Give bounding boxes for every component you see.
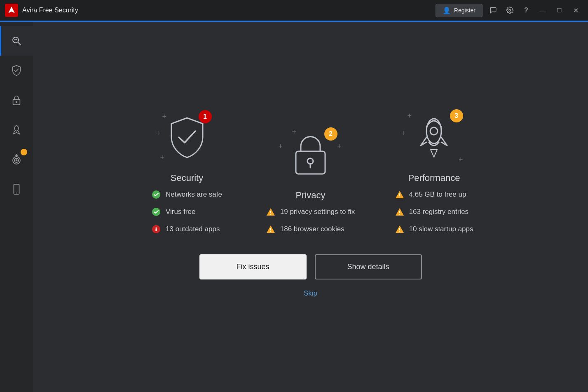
rocket-illustration bbox=[412, 113, 456, 162]
close-button[interactable]: ✕ bbox=[568, 3, 583, 18]
performance-icon bbox=[11, 124, 22, 136]
svg-rect-16 bbox=[156, 227, 157, 228]
issue-networks: Networks are safe bbox=[152, 190, 222, 199]
sidebar bbox=[0, 22, 33, 392]
svg-rect-38 bbox=[399, 231, 400, 232]
svg-rect-23 bbox=[270, 214, 271, 215]
scan-icon bbox=[11, 35, 22, 47]
sidebar-item-mobile[interactable] bbox=[0, 174, 33, 204]
plus-deco: + bbox=[408, 112, 412, 120]
security-icon-wrapper: + + + + 1 bbox=[158, 108, 216, 166]
app-title: Avira Free Security bbox=[22, 7, 436, 14]
show-details-button[interactable]: Show details bbox=[315, 254, 422, 279]
sidebar-item-performance[interactable] bbox=[0, 115, 33, 145]
sidebar-item-security[interactable] bbox=[0, 56, 33, 85]
plus-deco: + bbox=[160, 153, 165, 162]
register-label: Register bbox=[454, 7, 476, 14]
sidebar-item-scan[interactable] bbox=[0, 26, 33, 56]
issue-cookies: 186 browser cookies bbox=[266, 225, 344, 234]
window-controls: ? — ☐ ✕ bbox=[486, 3, 583, 18]
issue-registry: 163 registry entries bbox=[395, 207, 469, 216]
fix-issues-button[interactable]: Fix issues bbox=[199, 254, 307, 279]
svg-point-0 bbox=[509, 9, 511, 12]
security-icon bbox=[11, 65, 22, 76]
performance-badge: 3 bbox=[450, 109, 463, 122]
lock-illustration bbox=[291, 131, 330, 178]
plus-deco: + bbox=[292, 128, 297, 136]
svg-rect-34 bbox=[399, 211, 400, 213]
warning-icon-5 bbox=[395, 225, 404, 234]
settings-icon-button[interactable] bbox=[502, 3, 517, 18]
svg-rect-32 bbox=[399, 197, 400, 197]
security-category: + + + + 1 Security bbox=[138, 108, 237, 234]
issue-gb: 4,65 GB to free up bbox=[395, 190, 466, 199]
privacy-icon-wrapper: + + + 2 bbox=[282, 126, 340, 183]
plus-deco: + bbox=[156, 129, 161, 138]
svg-point-28 bbox=[430, 127, 438, 135]
performance-category: + + + + bbox=[385, 108, 484, 234]
skip-link[interactable]: Skip bbox=[304, 289, 317, 298]
action-buttons: Fix issues Show details bbox=[199, 254, 422, 279]
plus-deco: + bbox=[401, 129, 406, 138]
maximize-button[interactable]: ☐ bbox=[552, 3, 567, 18]
svg-rect-37 bbox=[399, 228, 400, 230]
privacy-icon bbox=[11, 94, 22, 106]
plus-deco: + bbox=[162, 113, 167, 121]
content-area: + + + + 1 Security bbox=[33, 22, 588, 392]
warning-icon-3 bbox=[395, 190, 404, 199]
issue-outdated: 13 outdated apps bbox=[152, 225, 220, 234]
privacy-badge: 2 bbox=[324, 127, 337, 141]
mobile-icon bbox=[11, 183, 22, 195]
svg-rect-22 bbox=[270, 211, 271, 213]
issue-virus: Virus free bbox=[152, 207, 195, 216]
titlebar: Avira Free Security 👤 Register ? — ☐ ✕ bbox=[0, 0, 588, 21]
performance-category-name: Performance bbox=[408, 173, 460, 183]
ok-icon-2 bbox=[152, 207, 161, 216]
minimize-button[interactable]: — bbox=[535, 3, 550, 18]
help-icon-button[interactable]: ? bbox=[519, 3, 534, 18]
security-badge: 1 bbox=[199, 110, 212, 123]
privacy-category-name: Privacy bbox=[295, 190, 325, 201]
svg-point-4 bbox=[16, 101, 17, 103]
updates-badge bbox=[21, 149, 27, 155]
svg-rect-31 bbox=[399, 193, 400, 196]
message-icon-button[interactable] bbox=[486, 3, 501, 18]
register-button[interactable]: 👤 Register bbox=[436, 4, 483, 17]
security-category-name: Security bbox=[171, 173, 203, 183]
plus-deco: + bbox=[459, 155, 463, 164]
error-icon bbox=[152, 225, 161, 234]
privacy-issues: 19 privacy settings to fix 186 browser c… bbox=[266, 207, 355, 234]
updates-icon bbox=[11, 154, 22, 165]
user-icon: 👤 bbox=[443, 7, 451, 14]
warning-icon bbox=[266, 207, 275, 216]
issue-startup: 10 slow startup apps bbox=[395, 225, 473, 234]
svg-rect-25 bbox=[270, 228, 271, 230]
sidebar-item-updates[interactable] bbox=[0, 145, 33, 174]
main-layout: + + + + 1 Security bbox=[0, 22, 588, 392]
privacy-category: + + + 2 Privacy bbox=[261, 126, 360, 234]
svg-point-27 bbox=[426, 119, 441, 143]
svg-point-10 bbox=[16, 160, 17, 161]
app-logo bbox=[5, 4, 18, 17]
svg-rect-26 bbox=[270, 231, 271, 232]
svg-point-5 bbox=[14, 126, 18, 131]
ok-icon bbox=[152, 190, 161, 199]
sidebar-item-privacy[interactable] bbox=[0, 85, 33, 115]
svg-line-2 bbox=[18, 42, 21, 45]
plus-deco: + bbox=[337, 142, 342, 151]
categories-row: + + + + 1 Security bbox=[138, 108, 484, 234]
svg-rect-17 bbox=[156, 228, 157, 231]
performance-icon-wrapper: + + + + bbox=[405, 108, 463, 166]
svg-rect-18 bbox=[296, 151, 325, 174]
warning-icon-2 bbox=[266, 225, 275, 234]
plus-deco: + bbox=[279, 142, 283, 151]
security-issues: Networks are safe Virus free bbox=[152, 190, 222, 234]
issue-privacy-settings: 19 privacy settings to fix bbox=[266, 207, 355, 216]
performance-issues: 4,65 GB to free up 163 registry entries bbox=[395, 190, 473, 234]
warning-icon-4 bbox=[395, 207, 404, 216]
svg-rect-35 bbox=[399, 214, 400, 215]
svg-marker-29 bbox=[431, 150, 437, 157]
